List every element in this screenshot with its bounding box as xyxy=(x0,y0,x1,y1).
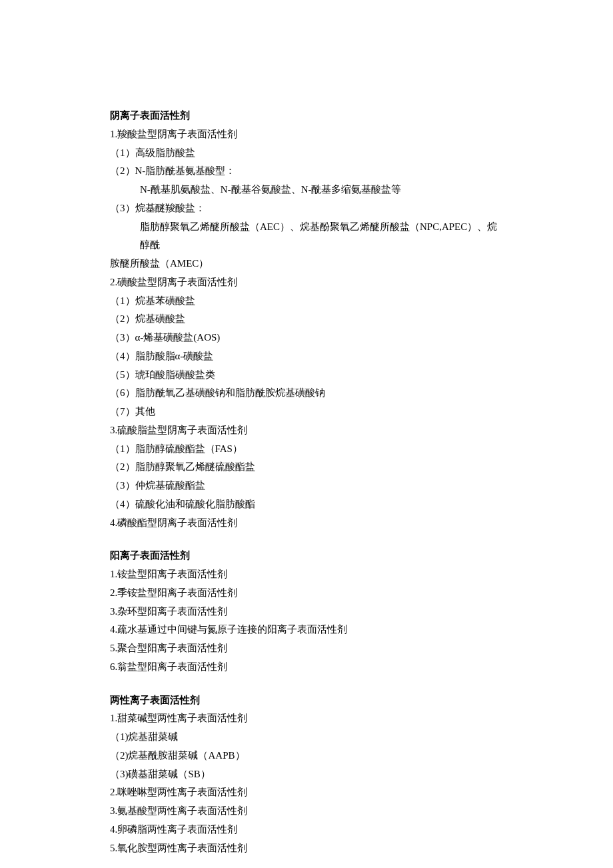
body-line: （7）其他 xyxy=(110,403,503,421)
section-heading: 两性离子表面活性剂 xyxy=(110,691,503,710)
body-line: （1）烷基苯磺酸盐 xyxy=(110,292,503,311)
body-line: 1.羧酸盐型阴离子表面活性剂 xyxy=(110,125,503,144)
body-line: （3）仲烷基硫酸酯盐 xyxy=(110,477,503,495)
body-line: （5）琥珀酸脂磺酸盐类 xyxy=(110,366,503,385)
body-line: 1.铵盐型阳离子表面活性剂 xyxy=(110,565,503,584)
body-line: 3.杂环型阳离子表面活性剂 xyxy=(110,603,503,621)
body-line: （3）烷基醚羧酸盐： xyxy=(110,199,503,218)
body-line: 2.磺酸盐型阴离子表面活性剂 xyxy=(110,273,503,292)
body-line: （2）烷基磺酸盐 xyxy=(110,310,503,329)
body-line: （4）硫酸化油和硫酸化脂肪酸酯 xyxy=(110,495,503,514)
body-line: 3.氨基酸型两性离子表面活性剂 xyxy=(110,802,503,821)
body-line: （1)烷基甜菜碱 xyxy=(110,728,503,747)
body-line: （6）脂肪酰氧乙基磺酸钠和脂肪酰胺烷基磺酸钠 xyxy=(110,384,503,403)
body-line: 胺醚所酸盐（AMEC） xyxy=(110,255,503,273)
body-line: （2)烷基酰胺甜菜碱（AAPB） xyxy=(110,747,503,765)
body-line: （1）脂肪醇硫酸酯盐（FAS） xyxy=(110,440,503,459)
body-line: 3.硫酸脂盐型阴离子表面活性剂 xyxy=(110,421,503,440)
section: 阴离子表面活性剂1.羧酸盐型阴离子表面活性剂（1）高级脂肪酸盐（2）N-脂肪酰基… xyxy=(110,107,503,532)
body-line: 5.氧化胺型两性离子表面活性剂 xyxy=(110,839,503,858)
body-line: （1）高级脂肪酸盐 xyxy=(110,144,503,163)
body-line: （2）脂肪醇聚氧乙烯醚硫酸酯盐 xyxy=(110,458,503,477)
body-line: 2.季铵盐型阳离子表面活性剂 xyxy=(110,584,503,603)
body-line: 脂肪醇聚氧乙烯醚所酸盐（AEC）、烷基酚聚氧乙烯醚所酸盐（NPC,APEC）、烷… xyxy=(110,218,503,255)
document-body: 阴离子表面活性剂1.羧酸盐型阴离子表面活性剂（1）高级脂肪酸盐（2）N-脂肪酰基… xyxy=(110,107,503,857)
body-line: （3）α-烯基磺酸盐(AOS) xyxy=(110,329,503,347)
body-line: 4.卵磷脂两性离子表面活性剂 xyxy=(110,821,503,839)
body-line: 4.疏水基通过中间键与氮原子连接的阳离子表面活性剂 xyxy=(110,621,503,639)
body-line: 4.磷酸酯型阴离子表面活性剂 xyxy=(110,514,503,533)
body-line: 5.聚合型阳离子表面活性剂 xyxy=(110,639,503,658)
body-line: N-酰基肌氨酸盐、N-酰基谷氨酸盐、N-酰基多缩氨基酸盐等 xyxy=(110,181,503,199)
body-line: （4）脂肪酸脂α-磺酸盐 xyxy=(110,347,503,366)
section: 两性离子表面活性剂1.甜菜碱型两性离子表面活性剂（1)烷基甜菜碱（2)烷基酰胺甜… xyxy=(110,691,503,858)
body-line: （3)磺基甜菜碱（SB） xyxy=(110,765,503,784)
body-line: 6.翁盐型阳离子表面活性剂 xyxy=(110,658,503,677)
section-heading: 阳离子表面活性剂 xyxy=(110,547,503,565)
body-line: 1.甜菜碱型两性离子表面活性剂 xyxy=(110,709,503,728)
section: 阳离子表面活性剂1.铵盐型阳离子表面活性剂2.季铵盐型阳离子表面活性剂3.杂环型… xyxy=(110,547,503,676)
body-line: （2）N-脂肪酰基氨基酸型： xyxy=(110,162,503,181)
body-line: 2.咪唑啉型两性离子表面活性剂 xyxy=(110,783,503,802)
section-heading: 阴离子表面活性剂 xyxy=(110,107,503,125)
